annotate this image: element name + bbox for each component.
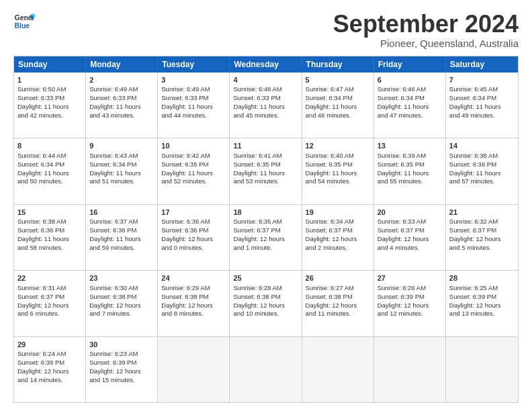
- header-day-wednesday: Wednesday: [230, 56, 302, 73]
- day-info-line: Sunrise: 6:49 AM: [161, 85, 226, 94]
- day-26: 26Sunrise: 6:27 AMSunset: 6:38 PMDayligh…: [302, 271, 374, 336]
- day-info-line: Sunset: 6:38 PM: [89, 293, 154, 302]
- day-info-line: Daylight: 11 hours: [378, 103, 442, 111]
- day-info-line: Sunset: 6:39 PM: [89, 359, 154, 367]
- day-number: 10: [161, 141, 226, 151]
- day-number: 25: [233, 273, 298, 283]
- day-info-line: Sunrise: 6:46 AM: [378, 85, 442, 94]
- day-info-line: and 14 minutes.: [17, 376, 82, 385]
- week-2: 8Sunrise: 6:44 AMSunset: 6:34 PMDaylight…: [14, 138, 518, 204]
- empty-cell: [302, 337, 374, 402]
- day-info-line: Sunrise: 6:41 AM: [233, 152, 298, 161]
- day-info-line: Sunset: 6:38 PM: [233, 293, 298, 302]
- day-5: 5Sunrise: 6:47 AMSunset: 6:34 PMDaylight…: [302, 73, 374, 138]
- day-info-line: and 1 minute.: [233, 244, 298, 253]
- day-info-line: and 8 minutes.: [161, 310, 226, 318]
- day-info-line: and 5 minutes.: [449, 244, 515, 253]
- day-info-line: Sunset: 6:39 PM: [378, 293, 442, 302]
- day-info-line: Sunset: 6:35 PM: [233, 161, 298, 169]
- day-info-line: Sunset: 6:38 PM: [306, 293, 370, 302]
- day-1: 1Sunrise: 6:50 AMSunset: 6:33 PMDaylight…: [14, 73, 86, 138]
- day-info-line: Sunrise: 6:33 AM: [378, 218, 442, 226]
- day-19: 19Sunrise: 6:34 AMSunset: 6:37 PMDayligh…: [302, 205, 374, 270]
- day-info-line: Sunrise: 6:24 AM: [17, 350, 82, 359]
- day-info-line: Sunset: 6:35 PM: [161, 161, 226, 169]
- day-info-line: Daylight: 11 hours: [233, 169, 298, 178]
- day-info-line: and 53 minutes.: [233, 177, 298, 186]
- day-info-line: Sunset: 6:33 PM: [161, 94, 226, 103]
- day-info-line: Sunrise: 6:27 AM: [306, 284, 370, 293]
- day-3: 3Sunrise: 6:49 AMSunset: 6:33 PMDaylight…: [158, 73, 230, 138]
- day-info-line: Daylight: 12 hours: [17, 302, 82, 310]
- day-info-line: Daylight: 12 hours: [378, 235, 442, 244]
- day-8: 8Sunrise: 6:44 AMSunset: 6:34 PMDaylight…: [14, 138, 86, 203]
- day-10: 10Sunrise: 6:42 AMSunset: 6:35 PMDayligh…: [158, 138, 230, 203]
- day-info-line: and 52 minutes.: [161, 177, 226, 186]
- day-number: 27: [378, 273, 442, 283]
- day-info-line: Sunset: 6:35 PM: [306, 161, 370, 169]
- day-18: 18Sunrise: 6:35 AMSunset: 6:37 PMDayligh…: [230, 205, 302, 270]
- week-3: 15Sunrise: 6:38 AMSunset: 6:36 PMDayligh…: [14, 205, 518, 271]
- day-info-line: Sunset: 6:33 PM: [233, 94, 298, 103]
- day-number: 13: [378, 141, 442, 151]
- day-info-line: Daylight: 11 hours: [306, 169, 370, 178]
- day-number: 16: [89, 208, 154, 218]
- day-info-line: Sunrise: 6:47 AM: [306, 85, 370, 94]
- day-info-line: Daylight: 11 hours: [17, 103, 82, 111]
- day-info-line: Daylight: 12 hours: [17, 367, 82, 376]
- calendar-body: 1Sunrise: 6:50 AMSunset: 6:33 PMDaylight…: [14, 73, 518, 402]
- day-info-line: Daylight: 12 hours: [449, 235, 515, 244]
- day-info-line: Daylight: 11 hours: [89, 169, 154, 178]
- day-info-line: Sunrise: 6:44 AM: [17, 152, 82, 161]
- title-block: September 2024 Pioneer, Queensland, Aust…: [333, 11, 519, 49]
- day-info-line: Daylight: 11 hours: [161, 169, 226, 178]
- day-info-line: and 47 minutes.: [378, 111, 442, 120]
- day-info-line: Sunrise: 6:50 AM: [17, 85, 82, 94]
- day-info-line: Daylight: 11 hours: [89, 103, 154, 111]
- day-info-line: and 42 minutes.: [17, 111, 82, 120]
- day-number: 2: [89, 75, 154, 85]
- day-info-line: Daylight: 12 hours: [449, 302, 515, 310]
- day-info-line: Sunset: 6:39 PM: [17, 359, 82, 367]
- day-number: 18: [233, 208, 298, 218]
- day-28: 28Sunrise: 6:25 AMSunset: 6:39 PMDayligh…: [446, 271, 518, 336]
- week-5: 29Sunrise: 6:24 AMSunset: 6:39 PMDayligh…: [14, 337, 518, 402]
- day-info-line: and 15 minutes.: [89, 376, 154, 385]
- header-day-friday: Friday: [374, 56, 446, 73]
- day-number: 5: [306, 75, 370, 85]
- day-info-line: Daylight: 12 hours: [89, 302, 154, 310]
- day-15: 15Sunrise: 6:38 AMSunset: 6:36 PMDayligh…: [14, 205, 86, 270]
- day-info-line: Daylight: 12 hours: [161, 302, 226, 310]
- day-info-line: Daylight: 12 hours: [378, 302, 442, 310]
- day-7: 7Sunrise: 6:45 AMSunset: 6:34 PMDaylight…: [446, 73, 518, 138]
- day-number: 1: [17, 75, 82, 85]
- day-27: 27Sunrise: 6:26 AMSunset: 6:39 PMDayligh…: [374, 271, 446, 336]
- day-info-line: and 49 minutes.: [449, 111, 515, 120]
- day-6: 6Sunrise: 6:46 AMSunset: 6:34 PMDaylight…: [374, 73, 446, 138]
- day-number: 8: [17, 141, 82, 151]
- day-25: 25Sunrise: 6:28 AMSunset: 6:38 PMDayligh…: [230, 271, 302, 336]
- subtitle: Pioneer, Queensland, Australia: [333, 38, 519, 49]
- day-info-line: Sunset: 6:36 PM: [161, 226, 226, 235]
- day-number: 11: [233, 141, 298, 151]
- day-info-line: Daylight: 11 hours: [89, 235, 154, 244]
- day-info-line: Sunset: 6:34 PM: [89, 161, 154, 169]
- week-4: 22Sunrise: 6:31 AMSunset: 6:37 PMDayligh…: [14, 271, 518, 336]
- page: General Blue September 2024 Pioneer, Que…: [0, 0, 532, 411]
- day-info-line: and 12 minutes.: [378, 310, 442, 318]
- day-info-line: Sunrise: 6:34 AM: [306, 218, 370, 226]
- day-number: 19: [306, 208, 370, 218]
- day-number: 15: [17, 208, 82, 218]
- day-info-line: Daylight: 11 hours: [17, 169, 82, 178]
- day-info-line: Daylight: 11 hours: [449, 169, 515, 178]
- day-info-line: Sunset: 6:35 PM: [378, 161, 442, 169]
- day-info-line: Daylight: 12 hours: [161, 235, 226, 244]
- day-number: 20: [378, 208, 442, 218]
- day-info-line: Sunset: 6:33 PM: [89, 94, 154, 103]
- day-number: 4: [233, 75, 298, 85]
- day-info-line: Sunset: 6:34 PM: [306, 94, 370, 103]
- day-info-line: and 7 minutes.: [89, 310, 154, 318]
- day-info-line: Sunset: 6:37 PM: [449, 226, 515, 235]
- day-info-line: Sunrise: 6:26 AM: [378, 284, 442, 293]
- day-4: 4Sunrise: 6:48 AMSunset: 6:33 PMDaylight…: [230, 73, 302, 138]
